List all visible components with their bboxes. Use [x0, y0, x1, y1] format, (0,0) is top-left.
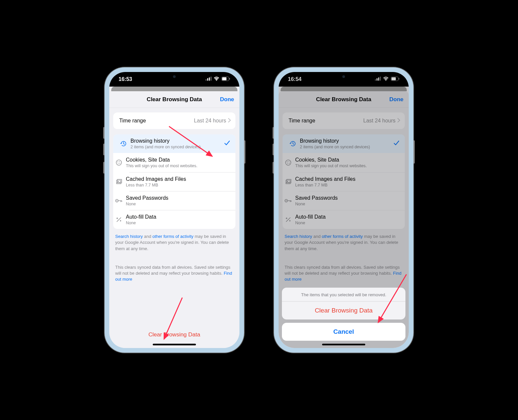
row-cached[interactable]: Cached Images and Files Less than 7.7 MB	[129, 172, 235, 191]
row-title: Auto-fill Data	[126, 214, 231, 220]
home-indicator[interactable]	[322, 344, 365, 345]
footer-note-2: This clears synced data from all devices…	[113, 260, 235, 283]
svg-rect-5	[222, 77, 226, 80]
activity-link[interactable]: other forms of activity	[152, 234, 194, 239]
row-passwords[interactable]: Saved Passwords None	[129, 191, 235, 210]
notch	[319, 72, 369, 81]
done-button[interactable]: Done	[220, 96, 234, 103]
row-autofill[interactable]: Auto-fill Data None	[129, 210, 235, 229]
chevron-right-icon	[228, 118, 231, 124]
time-range-value: Last 24 hours	[194, 118, 226, 124]
cookie-icon	[113, 159, 125, 166]
row-cookies[interactable]: Cookies, Site Data This will sign you ou…	[129, 153, 235, 172]
search-history-link[interactable]: Search history	[115, 234, 143, 239]
wifi-icon	[214, 76, 219, 82]
page-title: Clear Browsing Data	[147, 96, 202, 103]
row-subtitle: 2 items (and more on synced devices)	[130, 144, 224, 150]
background-card	[111, 87, 237, 91]
content: Time range Last 24 hours Browsing histor…	[109, 108, 239, 327]
row-subtitle: None	[126, 201, 231, 207]
action-sheet-cancel-button[interactable]: Cancel	[282, 323, 405, 341]
cellular-signal-icon	[206, 76, 212, 82]
svg-point-9	[119, 161, 120, 162]
svg-rect-6	[229, 78, 230, 80]
row-subtitle: None	[126, 220, 231, 226]
svg-point-16	[117, 200, 118, 201]
svg-rect-3	[211, 77, 212, 81]
sheet-header: Clear Browsing Data Done	[109, 91, 239, 108]
history-icon	[118, 140, 129, 147]
checkmark-icon	[224, 140, 230, 147]
time-range-label: Time range	[119, 117, 194, 124]
row-subtitle: This will sign you out of most websites.	[126, 163, 231, 169]
svg-point-11	[118, 163, 119, 164]
screen: 16:54 Clear Browsing Data Done	[279, 72, 409, 348]
action-sheet-clear-button[interactable]: Clear Browsing Data	[282, 302, 405, 319]
home-indicator[interactable]	[153, 344, 196, 345]
modal-sheet: Clear Browsing Data Done Time range Last…	[109, 91, 239, 348]
svg-rect-1	[207, 78, 208, 81]
wand-icon	[113, 216, 125, 223]
time-range-row[interactable]: Time range Last 24 hours	[113, 112, 235, 129]
action-sheet-message: The items that you selected will be remo…	[282, 288, 405, 302]
phone-left: 16:53 Clear Browsing Data Done	[105, 67, 244, 353]
svg-point-10	[120, 163, 120, 164]
footer-note-1: Search history and other forms of activi…	[113, 229, 235, 252]
time-range-card: Time range Last 24 hours	[113, 112, 235, 129]
notch	[149, 72, 199, 81]
svg-rect-2	[209, 78, 210, 81]
svg-rect-0	[206, 79, 207, 81]
key-icon	[113, 198, 125, 203]
images-icon	[113, 178, 125, 185]
data-types-card: Browsing history 2 items (and more on sy…	[113, 134, 235, 229]
battery-icon	[221, 76, 230, 82]
svg-point-8	[118, 162, 118, 162]
row-browsing-history[interactable]: Browsing history 2 items (and more on sy…	[113, 134, 235, 153]
status-time: 16:53	[119, 76, 132, 82]
row-subtitle: Less than 7.7 MB	[126, 182, 231, 188]
row-title: Cached Images and Files	[126, 176, 231, 182]
row-title: Cookies, Site Data	[126, 157, 231, 163]
svg-point-7	[116, 160, 122, 165]
screen: 16:53 Clear Browsing Data Done	[109, 72, 239, 348]
row-title: Browsing history	[130, 138, 224, 144]
action-sheet: The items that you selected will be remo…	[282, 288, 405, 341]
phone-right: 16:54 Clear Browsing Data Done	[274, 67, 413, 353]
row-title: Saved Passwords	[126, 195, 231, 201]
